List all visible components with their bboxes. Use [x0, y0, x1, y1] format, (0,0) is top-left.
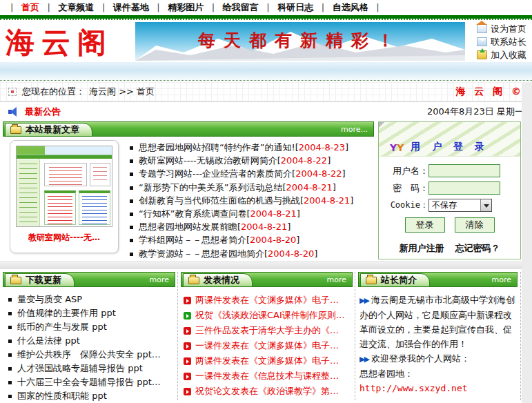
username-input[interactable] [428, 164, 500, 177]
download-link[interactable]: 国家的性质和职能 ppt [17, 390, 107, 402]
bullet-icon [130, 239, 133, 242]
bullet-icon [8, 353, 12, 357]
article-date: 2004-8-21 [286, 182, 333, 193]
publication-list-item: 一课件发表在《信息技术与课程整… [184, 368, 351, 384]
date-bracket: ] [296, 235, 299, 245]
home-icon [477, 24, 487, 33]
download-link[interactable]: 量变与质变 ASP [17, 293, 82, 306]
article-date: 2004-8-23 [299, 142, 345, 153]
main-section: 本站最新文章 more... 教研室网站----无… [0, 121, 532, 261]
article-list-item: “新形势下的中美关系”系列活动总结 [ 2004-8-21 ] [130, 181, 371, 195]
add-favorites-link[interactable]: 加入收藏 [477, 48, 526, 61]
publication-link[interactable]: 一课件发表在《文渊多媒体》电子… [195, 340, 339, 352]
speaker-icon [8, 107, 19, 117]
article-link[interactable]: 学科组网站－－思想者简介 [139, 234, 246, 246]
contact-webmaster-link[interactable]: 联系站长 [477, 35, 526, 48]
article-list-item: 创新教育与当代师范生面临的机遇与挑战 [ 2004-8-21 ] [130, 195, 371, 208]
breadcrumb-label: 您现在的位置： [22, 86, 85, 98]
bullet-icon [130, 213, 133, 216]
download-list-item: 维护公共秩序 保障公共安全 ppt… [8, 348, 174, 362]
breadcrumb-path[interactable]: 海云阁 >> 首页 [89, 86, 155, 98]
nav-style[interactable]: 自选风格 [333, 2, 368, 12]
nav-journal[interactable]: 科研日志 [277, 2, 313, 12]
login-form: 用户名： 密 码： Cookie： 不保存 登录 清除 [379, 157, 520, 255]
article-list-item: 专题学习网站---企业经营者的素质简介 [ 2004-8-22 ] [130, 168, 371, 181]
login-header: YY 用 户 登 录 [379, 122, 520, 157]
download-link[interactable]: 什么是法律 ppt [17, 335, 80, 347]
nav-divider: | [376, 2, 379, 12]
article-link[interactable]: 思想者园地网站发展前瞻 [139, 221, 237, 233]
publications-panel: 发表情况 more 两课件发表在《文渊多媒体》电子… 祝贺《浅谈政治课CAI课件… [177, 272, 353, 400]
article-list-item: 教学资源站－－思想者园地简介 [ 2004-8-20 ] [130, 248, 371, 261]
chevron-down-icon[interactable] [480, 199, 491, 211]
publication-link[interactable]: 一课件发表在《信息技术与课程整… [195, 370, 339, 382]
banner-image: 每天都有新精彩！ [135, 22, 465, 61]
latest-articles-tab: 本站最新文章 [5, 123, 92, 137]
arrow-icon [184, 327, 191, 335]
article-link[interactable]: “行知杯”教育系统调查问卷 [139, 208, 246, 220]
add-favorites-label: 加入收藏 [491, 49, 526, 61]
set-homepage-link[interactable]: 设为首页 [477, 22, 526, 35]
downloads-more-link[interactable]: more [150, 273, 170, 288]
downloads-list: 量变与质变 ASP 价值规律的主要作用 ppt 纸币的产生与发展 ppt [3, 287, 175, 403]
download-link[interactable]: 十六届三中全会专题辅导报告 ppt… [17, 376, 161, 389]
publications-header: 发表情况 more [181, 272, 353, 287]
latest-articles-header: 本站最新文章 more... [3, 121, 374, 137]
article-link[interactable]: 教研室网站----无锡政治教研网简介 [139, 155, 277, 167]
nav-articles[interactable]: 文章频道 [58, 2, 94, 12]
publication-link[interactable]: 祝贺《浅谈政治课CAI课件制作原则… [195, 309, 345, 322]
article-list-item: 教研室网站----无锡政治教研网简介 [ 2004-8-22 ] [130, 155, 371, 168]
cookie-select[interactable]: 不保存 [428, 199, 492, 212]
article-link[interactable]: 专题学习网站---企业经营者的素质简介 [139, 168, 292, 180]
forgot-password-link[interactable]: 忘记密码？ [455, 242, 500, 255]
nav-courseware[interactable]: 课件基地 [113, 2, 149, 12]
about-webmaster-panel: 站长简介 more ▶▶海云阁是无锡市市北高级中学刘海创办的个人网站，它是顺应高… [355, 272, 521, 400]
publication-link[interactable]: 两课件发表在《文渊多媒体》电子… [195, 355, 339, 367]
publication-link[interactable]: 三件作品发表于清华大学主办的《… [195, 324, 339, 337]
folder-icon [10, 277, 21, 284]
thumbnail-caption[interactable]: 教研室网站----无… [16, 232, 112, 244]
notice-label: 最新公告 [25, 106, 61, 118]
bullet-icon [130, 146, 133, 150]
nav-home[interactable]: 首页 [21, 2, 39, 12]
article-list: 思想者园地网站招聘“特约作者”的通知! [ 2004-8-23 ] 教研室网站-… [119, 140, 374, 261]
nav-divider: | [10, 2, 13, 12]
about-paragraph-1: ▶▶海云阁是无锡市市北高级中学刘海创办的个人网站，它是顺应高中新课程改革而设立的… [359, 293, 516, 351]
folder-icon [10, 126, 21, 134]
double-arrow-icon: ▶▶ [359, 355, 368, 364]
article-date: 2004-8-21 [250, 208, 297, 219]
publication-link[interactable]: 两课件发表在《文渊多媒体》电子… [195, 294, 339, 306]
water-image-strip [0, 62, 532, 80]
about-text: ▶▶海云阁是无锡市市北高级中学刘海创办的个人网站，它是顺应高中新课程改革而设立的… [358, 287, 518, 395]
register-link[interactable]: 新用户注册 [400, 242, 444, 255]
banner: 海云阁 每天都有新精彩！ 设为首页 联系站 [0, 21, 532, 62]
page-right-margin [522, 83, 532, 403]
download-link[interactable]: 人才强国战略专题辅导报告 ppt [17, 362, 143, 375]
bottom-section: 下载更新 more 量变与质变 ASP 价值规律的主要作用 ppt [0, 269, 532, 400]
download-link[interactable]: 维护公共秩序 保障公共安全 ppt… [17, 348, 161, 361]
nav-guestbook[interactable]: 给我留言 [223, 2, 259, 12]
download-link[interactable]: 纸币的产生与发展 ppt [17, 321, 107, 333]
article-link[interactable]: 创新教育与当代师范生面临的机遇与挑战 [139, 195, 300, 207]
date-bracket: ] [350, 195, 353, 206]
clear-button[interactable]: 清除 [455, 217, 495, 233]
login-button[interactable]: 登录 [405, 217, 445, 233]
article-link[interactable]: “新形势下的中美关系”系列活动总结 [139, 181, 282, 194]
password-input[interactable] [428, 181, 500, 195]
publications-more-link[interactable]: more [327, 273, 347, 288]
publication-link[interactable]: 祝贺论文发表在《政治课教学》第… [195, 385, 339, 397]
downloads-header: 下载更新 more [3, 272, 175, 287]
about-more-link[interactable]: more [492, 273, 512, 288]
featured-thumbnail-card[interactable]: 教研室网站----无… [10, 140, 119, 253]
article-link[interactable]: 教学资源站－－思想者园地简介 [139, 248, 264, 260]
article-link[interactable]: 思想者园地网站招聘“特约作者”的通知! [139, 141, 295, 154]
site-url-link[interactable]: http://www.sxzyd.net [359, 383, 468, 393]
section-divider [0, 261, 532, 269]
download-link[interactable]: 价值规律的主要作用 ppt [17, 307, 116, 320]
notice-bar: 最新公告 2004年8月23日 星期一 [0, 102, 532, 121]
page: | 首页 | 文章频道 | 课件基地 | 精彩图片 | 给我留言 | 科研日志 … [0, 0, 532, 403]
download-list-item: 纸币的产生与发展 ppt [8, 320, 174, 334]
latest-articles-more-link[interactable]: more... [341, 122, 368, 137]
article-date: 2004-8-22 [295, 168, 342, 179]
nav-pictures[interactable]: 精彩图片 [168, 2, 204, 12]
